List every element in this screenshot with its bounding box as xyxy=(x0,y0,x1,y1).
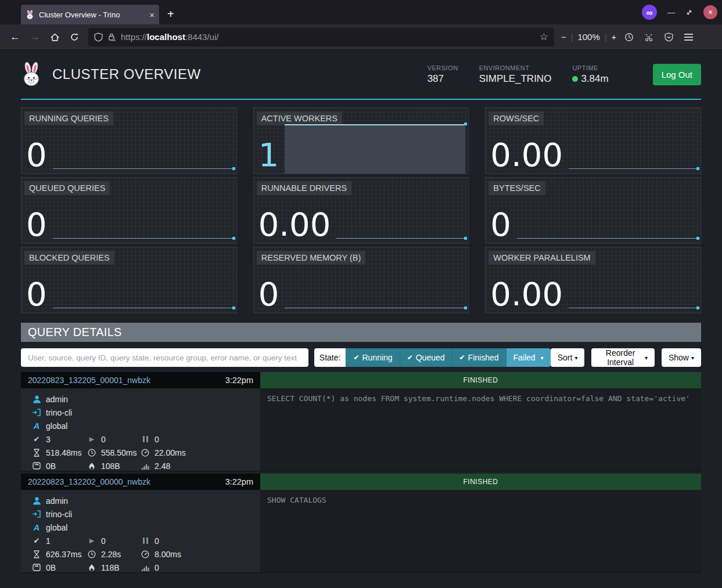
state-filter-group: State: ✔ Running ✔ Queued ✔ Finished Fai… xyxy=(314,348,551,367)
query-source: trino-cli xyxy=(46,510,72,519)
state-filter-running[interactable]: ✔ Running xyxy=(346,348,399,367)
reload-icon[interactable] xyxy=(65,28,84,46)
sparkline xyxy=(569,247,699,313)
query-status-bar: FINISHED xyxy=(260,372,701,388)
zoom-level-button[interactable]: 100% xyxy=(577,32,599,42)
queued-splits-pause-icon xyxy=(141,538,150,544)
sparkline xyxy=(569,108,699,174)
query-stats-panel: admin trino-cli Aglobal ✔1 ▶0 0 626.37ms… xyxy=(21,490,260,572)
browser-tab[interactable]: Cluster Overview - Trino × xyxy=(21,5,159,24)
version-label: VERSION xyxy=(428,64,458,71)
peak-memory-flame-icon xyxy=(87,564,96,572)
environment-block: ENVIRONMENT SIMPLE_TRINO xyxy=(479,64,552,85)
stats-grid: RUNNING QUERIES 0 ACTIVE WORKERS 1 ROWS/… xyxy=(21,107,701,313)
query-source: trino-cli xyxy=(46,408,72,417)
logout-button[interactable]: Log Out xyxy=(653,64,701,85)
completed-splits-check-icon: ✔ xyxy=(32,435,41,443)
state-filter-failed[interactable]: Failed ▾ xyxy=(506,348,551,367)
source-signin-icon xyxy=(32,409,41,416)
sparkline xyxy=(336,178,467,243)
chevron-down-icon: ▾ xyxy=(645,355,648,361)
resource-group-icon: A xyxy=(32,421,41,431)
window-close-button[interactable]: × xyxy=(703,5,717,19)
query-id-link[interactable]: 20220823_132202_00000_nwbzk xyxy=(28,477,150,486)
running-splits-play-icon: ▶ xyxy=(87,435,96,443)
stat-tile-reserved-memory: RESERVED MEMORY (B) 0 xyxy=(253,247,469,313)
back-icon[interactable]: ← xyxy=(6,28,24,46)
queued-splits-pause-icon xyxy=(141,436,150,442)
query-card-header: 20220823_132205_00001_nwbzk 3:22pm FINIS… xyxy=(21,372,701,388)
app-header: CLUSTER OVERVIEW VERSION 387 ENVIRONMENT… xyxy=(21,50,701,100)
tab-close-icon[interactable]: × xyxy=(149,10,155,19)
state-filter-queued[interactable]: ✔ Queued xyxy=(400,348,452,367)
chevron-down-icon: ▾ xyxy=(574,355,577,361)
query-filter-bar: State: ✔ Running ✔ Queued ✔ Finished Fai… xyxy=(21,348,701,367)
environment-value: SIMPLE_TRINO xyxy=(479,73,552,85)
version-block: VERSION 387 xyxy=(428,64,458,85)
shield-chevron-icon[interactable] xyxy=(659,28,678,46)
completed-splits-check-icon: ✔ xyxy=(32,536,41,545)
screenshot-scissors-icon[interactable] xyxy=(640,28,658,46)
private-browsing-icon[interactable]: ∞ xyxy=(642,5,657,20)
show-dropdown[interactable]: Show ▾ xyxy=(662,348,701,367)
query-search-input[interactable] xyxy=(21,348,308,367)
query-details-title: QUERY DETAILS xyxy=(21,323,701,342)
resource-group-icon: A xyxy=(32,522,41,532)
query-user: admin xyxy=(46,496,68,506)
query-card-header: 20220823_132202_00000_nwbzk 3:22pm FINIS… xyxy=(21,474,701,490)
bookmark-star-icon[interactable]: ☆ xyxy=(540,31,548,43)
check-icon: ✔ xyxy=(459,353,465,362)
peak-memory-flame-icon xyxy=(87,462,96,470)
query-time: 3:22pm xyxy=(225,376,253,385)
stat-tile-worker-parallelism: WORKER PARALLELISM 0.00 xyxy=(485,247,701,313)
uptime-label: UPTIME xyxy=(572,64,608,71)
sort-dropdown[interactable]: Sort ▾ xyxy=(551,348,585,367)
home-icon[interactable] xyxy=(45,28,64,46)
state-filter-label: State: xyxy=(314,348,346,367)
cluster-meta: VERSION 387 ENVIRONMENT SIMPLE_TRINO UPT… xyxy=(428,64,701,85)
history-clock-icon[interactable] xyxy=(620,28,638,46)
elapsed-time-clock-icon xyxy=(87,550,96,558)
url-text: https://localhost:8443/ui/ xyxy=(121,32,535,42)
browser-toolbar: ← → https://localhost:8443/ui/ ☆ − | 100… xyxy=(0,24,722,50)
tracking-shield-icon[interactable] xyxy=(94,33,103,42)
chevron-down-icon: ▾ xyxy=(541,355,544,361)
wall-time-hourglass-icon xyxy=(32,550,41,558)
stat-tile-blocked-queries: BLOCKED QUERIES 0 xyxy=(21,247,237,313)
menu-hamburger-icon[interactable] xyxy=(679,28,698,46)
stat-tile-runnable-drivers: RUNNABLE DRIVERS 0.00 xyxy=(253,177,469,244)
zoom-in-icon[interactable]: + xyxy=(611,32,616,42)
sparkline xyxy=(53,178,235,243)
query-card: 20220823_132205_00001_nwbzk 3:22pm FINIS… xyxy=(21,372,701,471)
cumulative-memory-chart-icon xyxy=(141,564,150,571)
running-splits-play-icon: ▶ xyxy=(87,537,96,544)
tab-title: Cluster Overview - Trino xyxy=(39,10,145,19)
window-restore-button[interactable] xyxy=(685,9,693,16)
window-minimize-button[interactable]: — xyxy=(667,8,675,17)
current-memory-scale-icon xyxy=(32,462,41,470)
sparkline xyxy=(285,108,467,174)
sparkline xyxy=(517,178,699,243)
query-time: 3:22pm xyxy=(225,477,253,486)
state-filter-finished[interactable]: ✔ Finished xyxy=(452,348,506,367)
url-bar[interactable]: https://localhost:8443/ui/ ☆ xyxy=(88,28,554,46)
uptime-value: 3.84m xyxy=(581,73,608,85)
uptime-status-dot xyxy=(572,76,578,82)
trino-favicon xyxy=(26,10,34,20)
query-user: admin xyxy=(46,395,68,404)
zoom-out-icon[interactable]: − xyxy=(561,32,566,42)
sparkline xyxy=(285,247,467,313)
reorder-interval-dropdown[interactable]: Reorder Interval ▾ xyxy=(591,348,655,367)
current-memory-scale-icon xyxy=(32,564,41,571)
lock-warning-icon[interactable] xyxy=(107,33,116,42)
stat-tile-queued-queries: QUEUED QUERIES 0 xyxy=(21,177,237,244)
query-resource-group: global xyxy=(46,523,67,532)
query-sql-text: SHOW CATALOGS xyxy=(260,490,701,572)
query-id-link[interactable]: 20220823_132205_00001_nwbzk xyxy=(28,376,150,385)
new-tab-button[interactable]: + xyxy=(167,8,174,21)
stat-tile-bytes-sec: BYTES/SEC 0 xyxy=(485,177,701,244)
trino-logo[interactable] xyxy=(21,61,42,88)
forward-icon[interactable]: → xyxy=(26,28,44,46)
sparkline xyxy=(53,247,235,313)
page-title: CLUSTER OVERVIEW xyxy=(52,66,201,82)
